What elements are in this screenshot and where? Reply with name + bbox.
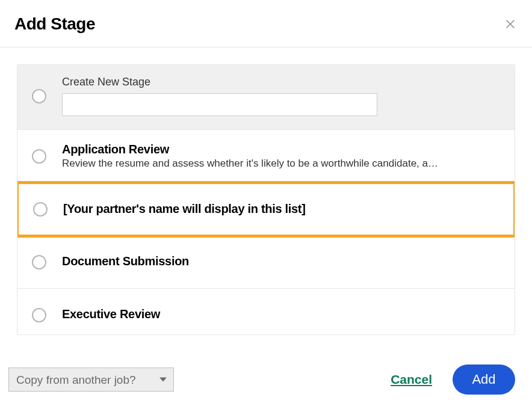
copy-from-job-select[interactable]: Copy from another job? xyxy=(8,368,174,392)
stage-title: Document Submission xyxy=(62,254,500,268)
radio-partner[interactable] xyxy=(33,202,48,217)
create-stage-label: Create New Stage xyxy=(62,76,500,88)
dialog-footer: Copy from another job? Cancel Add xyxy=(0,365,532,395)
stage-text: [Your partner's name will display in thi… xyxy=(63,202,499,217)
copy-from-job-wrap: Copy from another job? xyxy=(8,368,174,392)
close-icon xyxy=(505,19,516,29)
stage-text: Executive Review xyxy=(62,307,500,322)
footer-actions: Cancel Add xyxy=(391,365,515,395)
cancel-link[interactable]: Cancel xyxy=(391,372,432,387)
radio-executive-review[interactable] xyxy=(32,308,46,322)
stage-desc: Review the resume and assess whether it'… xyxy=(62,158,500,170)
dialog-header: Add Stage xyxy=(0,0,532,48)
dialog-body: Create New Stage Application Review Revi… xyxy=(0,48,532,335)
stage-text: Application Review Review the resume and… xyxy=(62,143,500,170)
stage-option-create[interactable]: Create New Stage xyxy=(17,65,515,130)
stage-title: Application Review xyxy=(62,143,500,156)
close-button[interactable] xyxy=(503,17,518,31)
create-stage-text: Create New Stage xyxy=(62,76,500,116)
add-button[interactable]: Add xyxy=(453,365,515,395)
stage-option-partner[interactable]: [Your partner's name will display in thi… xyxy=(17,181,515,238)
stage-option-executive-review[interactable]: Executive Review xyxy=(17,289,515,335)
stage-list[interactable]: Create New Stage Application Review Revi… xyxy=(17,64,515,335)
create-stage-input[interactable] xyxy=(62,93,377,116)
stage-option-application-review[interactable]: Application Review Review the resume and… xyxy=(17,130,515,183)
stage-title: Executive Review xyxy=(62,307,500,321)
dialog-title: Add Stage xyxy=(14,14,95,34)
radio-create[interactable] xyxy=(32,89,46,103)
stage-title: [Your partner's name will display in thi… xyxy=(63,202,499,216)
radio-document-submission[interactable] xyxy=(32,255,46,269)
radio-application-review[interactable] xyxy=(32,149,46,164)
stage-text: Document Submission xyxy=(62,254,500,269)
stage-option-document-submission[interactable]: Document Submission xyxy=(17,236,515,289)
